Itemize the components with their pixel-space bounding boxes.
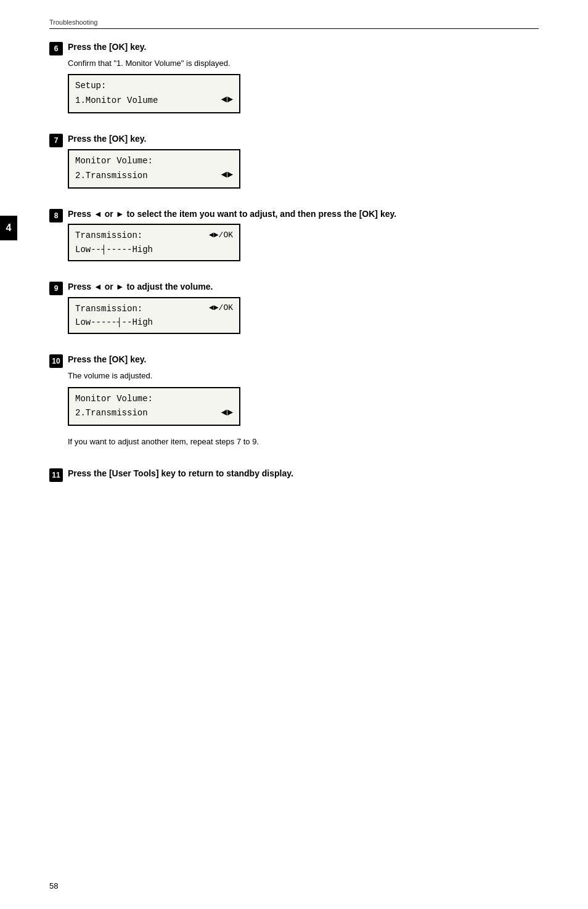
lcd-row-step9-1: Low-----┤--High bbox=[75, 316, 233, 329]
lcd-row-text-step8-1: Low--┤-----High bbox=[75, 243, 153, 256]
lcd-row-text-step10-1: 2.Transmission bbox=[75, 406, 148, 420]
lcd-row-step6-1: 1.Monitor Volume◄► bbox=[75, 92, 233, 108]
steps-container: 6Press the [OK] key.Confirm that "1. Mon… bbox=[49, 41, 539, 484]
lcd-row-step7-1: 2.Transmission◄► bbox=[75, 168, 233, 184]
step-number-step10: 10 bbox=[49, 354, 63, 368]
step-step11: 11Press the [User Tools] key to return t… bbox=[49, 468, 539, 484]
step-number-step6: 6 bbox=[49, 42, 63, 55]
section-label: Troubleshooting bbox=[49, 18, 539, 29]
step-step7: 7Press the [OK] key.Monitor Volume:2.Tra… bbox=[49, 133, 539, 195]
tab-marker: 4 bbox=[0, 216, 17, 240]
lcd-row-step8-0: Transmission:◄►/OK bbox=[75, 229, 233, 242]
lcd-arrow-ok-icon-step9-0: ◄►/OK bbox=[209, 302, 233, 315]
lcd-row-text-step8-0: Transmission: bbox=[75, 229, 142, 242]
step-title-step6: Press the [OK] key. bbox=[68, 41, 539, 54]
lcd-row-step8-1: Low--┤-----High bbox=[75, 243, 233, 256]
step-title-step11: Press the [User Tools] key to return to … bbox=[68, 468, 539, 480]
page-number: 58 bbox=[49, 881, 58, 891]
step-step9: 9Press ◄ or ► to adjust the volume.Trans… bbox=[49, 281, 539, 340]
lcd-arrow-icon-step6-1: ◄► bbox=[221, 92, 233, 108]
step-content-step10: Press the [OK] key.The volume is adjuste… bbox=[68, 354, 539, 454]
lcd-row-step7-0: Monitor Volume: bbox=[75, 154, 233, 168]
lcd-display-step6: Setup:1.Monitor Volume◄► bbox=[68, 74, 240, 113]
step-title-step10: Press the [OK] key. bbox=[68, 354, 539, 366]
lcd-row-text-step6-0: Setup: bbox=[75, 79, 106, 92]
lcd-arrow-icon-step7-1: ◄► bbox=[221, 168, 233, 184]
lcd-row-text-step7-1: 2.Transmission bbox=[75, 169, 148, 182]
step-number-step11: 11 bbox=[49, 468, 63, 482]
step-step10: 10Press the [OK] key.The volume is adjus… bbox=[49, 354, 539, 454]
step-content-step6: Press the [OK] key.Confirm that "1. Moni… bbox=[68, 41, 539, 120]
step-extra-step10: If you want to adjust another item, repe… bbox=[68, 436, 539, 448]
lcd-display-step10: Monitor Volume:2.Transmission◄► bbox=[68, 387, 240, 426]
lcd-arrow-icon-step10-1: ◄► bbox=[221, 406, 233, 422]
step-title-step7: Press the [OK] key. bbox=[68, 133, 539, 145]
lcd-row-text-step10-0: Monitor Volume: bbox=[75, 392, 153, 406]
step-content-step8: Press ◄ or ► to select the item you want… bbox=[68, 208, 539, 267]
step-number-step9: 9 bbox=[49, 282, 63, 295]
lcd-row-text-step9-0: Transmission: bbox=[75, 302, 142, 316]
lcd-row-text-step6-1: 1.Monitor Volume bbox=[75, 94, 158, 107]
lcd-row-step9-0: Transmission:◄►/OK bbox=[75, 302, 233, 316]
lcd-display-step7: Monitor Volume:2.Transmission◄► bbox=[68, 149, 240, 189]
lcd-row-text-step7-0: Monitor Volume: bbox=[75, 154, 153, 168]
lcd-row-step10-0: Monitor Volume: bbox=[75, 392, 233, 406]
step-number-step7: 7 bbox=[49, 134, 63, 147]
page-container: Troubleshooting 4 6Press the [OK] key.Co… bbox=[0, 0, 588, 534]
lcd-arrow-ok-icon-step8-0: ◄►/OK bbox=[209, 229, 233, 242]
step-content-step11: Press the [User Tools] key to return to … bbox=[68, 468, 539, 484]
step-title-step8: Press ◄ or ► to select the item you want… bbox=[68, 208, 539, 221]
step-step6: 6Press the [OK] key.Confirm that "1. Mon… bbox=[49, 41, 539, 120]
step-step8: 8Press ◄ or ► to select the item you wan… bbox=[49, 208, 539, 267]
lcd-display-step9: Transmission:◄►/OKLow-----┤--High bbox=[68, 297, 240, 335]
step-content-step7: Press the [OK] key.Monitor Volume:2.Tran… bbox=[68, 133, 539, 195]
step-number-step8: 8 bbox=[49, 209, 63, 222]
lcd-row-step10-1: 2.Transmission◄► bbox=[75, 406, 233, 422]
step-desc-step10: The volume is adjusted. bbox=[68, 370, 539, 382]
lcd-row-text-step9-1: Low-----┤--High bbox=[75, 316, 153, 329]
step-desc-step6: Confirm that "1. Monitor Volume" is disp… bbox=[68, 57, 539, 70]
lcd-display-step8: Transmission:◄►/OKLow--┤-----High bbox=[68, 224, 240, 261]
lcd-row-step6-0: Setup: bbox=[75, 79, 233, 92]
step-content-step9: Press ◄ or ► to adjust the volume.Transm… bbox=[68, 281, 539, 340]
step-title-step9: Press ◄ or ► to adjust the volume. bbox=[68, 281, 539, 293]
